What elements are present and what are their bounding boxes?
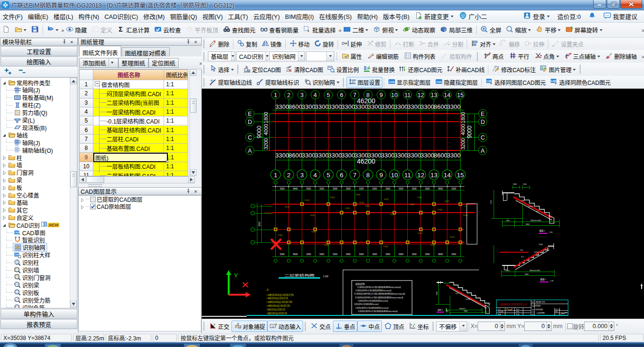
rotate-checkbox[interactable] <box>567 323 573 329</box>
sheet-scale-cell[interactable]: 1:1 <box>164 107 188 116</box>
tree-item--L-[interactable]: 梁(L) <box>2 116 36 124</box>
tree-collapsed-arrow-icon[interactable] <box>2 215 7 220</box>
context-toolbar-grip[interactable] <box>203 52 206 61</box>
project-settings-button[interactable]: 工程设置 <box>0 46 77 56</box>
windows-taskbar[interactable] <box>0 342 644 347</box>
tree-item--[interactable]: 常用构件类型 <box>2 79 52 86</box>
context-combo-4[interactable] <box>306 51 334 61</box>
menu-right--0[interactable]: 造价豆:0 <box>554 11 584 22</box>
offset-mode-combo[interactable]: 不偏移 <box>436 322 467 331</box>
sigma-button[interactable]: Σ汇总计算 <box>115 25 152 36</box>
point-angle-dropdown-arrow[interactable] <box>556 56 559 59</box>
sheet-name-edit-box[interactable]: 图纸) <box>93 153 168 163</box>
minimize-button[interactable] <box>593 0 606 8</box>
scroll-up-button[interactable] <box>70 78 77 84</box>
sheet-name-cell[interactable]: 基础层柱结构图.CADI <box>93 126 164 135</box>
layer-item-CAD-[interactable]: CAD原始图层 <box>79 203 201 210</box>
scroll-thumb[interactable] <box>86 176 104 183</box>
snap-toolbar-grip[interactable] <box>304 322 307 331</box>
tree-collapsed-arrow-icon[interactable] <box>2 193 7 198</box>
tree-item--[interactable]: 梁 <box>2 176 24 184</box>
menu-extra--[interactable]: 广小二 <box>456 11 490 22</box>
module-tree[interactable]: 常用构件类型轴网(J)筏板基础(M)框柱(Z)剪力墙(Q)梁(L)现浇板(B)轴… <box>0 77 77 308</box>
sheet-name-cell[interactable]: 宿舍结构图 <box>93 80 164 89</box>
screen-rotate-button[interactable]: 屏幕旋转 <box>563 25 604 36</box>
menu-right--[interactable]: 我要建议 <box>601 11 640 22</box>
batch-replace-button[interactable]: 批量替换 <box>361 64 397 75</box>
sheet-scale-cell[interactable]: 1:1 <box>164 99 188 107</box>
menu-CAD-C-[interactable]: CAD识别(C) <box>102 10 141 23</box>
layer-checkbox[interactable] <box>90 197 96 202</box>
cube-top-button[interactable]: 俯视 <box>371 25 400 36</box>
del-aux-button[interactable]: 删除辅轴 <box>603 51 639 62</box>
two-points-button[interactable]: 两点 <box>481 51 506 62</box>
context-combo-2[interactable]: CAD识别 <box>236 51 268 61</box>
glasses-button[interactable]: 查看钢筋量 <box>258 25 301 36</box>
layer-settings-button[interactable]: 图层设置 <box>347 77 382 88</box>
pin-icon[interactable] <box>184 188 192 195</box>
menu--Q-[interactable]: 钢筋量(Q) <box>167 10 200 23</box>
combo-arrow[interactable] <box>231 52 235 61</box>
menu--T-[interactable]: 工具(T) <box>225 10 251 23</box>
scroll-right-button[interactable] <box>188 176 195 183</box>
tree-item--J-[interactable]: 轴网(J) <box>2 139 41 146</box>
save-button[interactable] <box>29 25 41 36</box>
view-2d-dropdown-arrow[interactable] <box>365 29 368 33</box>
menu--V-[interactable]: 视图(V) <box>200 10 225 23</box>
batch-select-button[interactable]: 批量选择 <box>301 25 338 36</box>
tree-item--[interactable]: CAD识别柱大样 <box>2 251 52 259</box>
close-panel-icon[interactable]: × <box>192 39 199 45</box>
three-aux-dropdown-arrow[interactable] <box>597 56 600 59</box>
select-arrow-dropdown-arrow[interactable] <box>231 69 234 72</box>
cube-top-dropdown-arrow[interactable] <box>395 29 398 33</box>
sheet-scale-cell[interactable]: 1:1 <box>164 126 188 135</box>
pan-hand-dropdown-arrow[interactable] <box>558 29 561 33</box>
folder-open-button[interactable] <box>12 25 29 36</box>
tree-item-CAD-[interactable]: CADCAD草图 <box>2 229 47 236</box>
zoom-mag-button[interactable]: 缩放 <box>504 25 533 36</box>
single-component-button[interactable]: 单构件输入 <box>0 309 77 319</box>
sheet-scale-cell[interactable]: 1:1 <box>164 162 188 171</box>
expand-box-icon[interactable] <box>94 81 101 88</box>
ortho-button[interactable]: 正交 <box>207 321 231 332</box>
tree-item-CAD-[interactable]: CAD识别NEW <box>2 221 59 229</box>
extend-button[interactable]: 延伸 <box>339 38 364 50</box>
cad-sel-button[interactable]: CAD选择同图层CAD图元 <box>483 77 548 88</box>
cad-badge-button[interactable]: CAD显示指定图层 <box>386 77 433 88</box>
delete-pen-button[interactable]: 删除 <box>207 38 231 50</box>
tree-expanded-arrow-icon[interactable] <box>2 132 7 137</box>
sheet-name-cell[interactable]: 基础布置图.CADI <box>93 144 164 153</box>
dyn-input-button[interactable]: 12动态输入 <box>267 321 303 332</box>
tab--[interactable]: 图纸楼层对照表 <box>122 47 170 57</box>
menu--E-[interactable]: 编辑(E) <box>25 10 51 23</box>
tree-item--M-[interactable]: 筏板基础(M) <box>2 94 55 101</box>
sheet-row-2[interactable]: 2闷顶层梁结构图.CADI1:1 <box>80 89 188 98</box>
cad-badge-button[interactable]: CAD隐藏指定图层 <box>433 77 480 88</box>
set-scale-button[interactable]: 设置比例 <box>325 64 361 75</box>
tree-item--[interactable]: 墙 <box>2 161 24 169</box>
menu--N-[interactable]: 构件(N) <box>76 10 102 23</box>
menu--L-[interactable]: 楼层(L) <box>51 10 76 23</box>
tree-item--[interactable]: 基础 <box>2 198 29 206</box>
edit-toolbar-grip[interactable] <box>203 39 206 49</box>
restore-cad-button[interactable]: 还原CAD图元 <box>397 64 445 75</box>
sheet-name-cell[interactable]: -0.1层梁结构图.CADI <box>93 116 164 125</box>
edit-rebar-button[interactable]: 编辑钢筋 <box>365 51 401 62</box>
menu--Y-[interactable]: 云应用(Y) <box>251 10 282 23</box>
tree-item--[interactable]: 识别墙 <box>2 266 41 274</box>
rotate-input[interactable]: 0.000 <box>584 322 614 331</box>
layer-toolbar-grip[interactable] <box>342 78 346 87</box>
copy-button[interactable]: 复制 <box>235 38 259 50</box>
close-panel-icon[interactable]: × <box>68 39 75 45</box>
sheet-row-5[interactable]: 5-0.1层梁结构图.CADI1:1 <box>80 116 188 125</box>
edit-resize-handle[interactable] <box>166 160 168 163</box>
tree-item--[interactable]: 识别轴网 <box>2 244 47 251</box>
combo-arrow[interactable] <box>298 52 305 61</box>
select-arrow-button[interactable]: 选择 <box>207 64 236 75</box>
sheet-row-7[interactable]: 7二层柱.CADI1:1 <box>80 135 188 144</box>
align-dropdown-arrow[interactable] <box>493 43 495 47</box>
doc-new-button[interactable] <box>0 25 12 36</box>
combo-arrow[interactable] <box>459 322 467 331</box>
rotate-spinner[interactable] <box>609 322 614 330</box>
title-bar[interactable]: 广联达BIM钢筋算量软件 GGJ2013 - [D:\广联达算量\温氏宿舍楼（钢… <box>0 0 644 10</box>
